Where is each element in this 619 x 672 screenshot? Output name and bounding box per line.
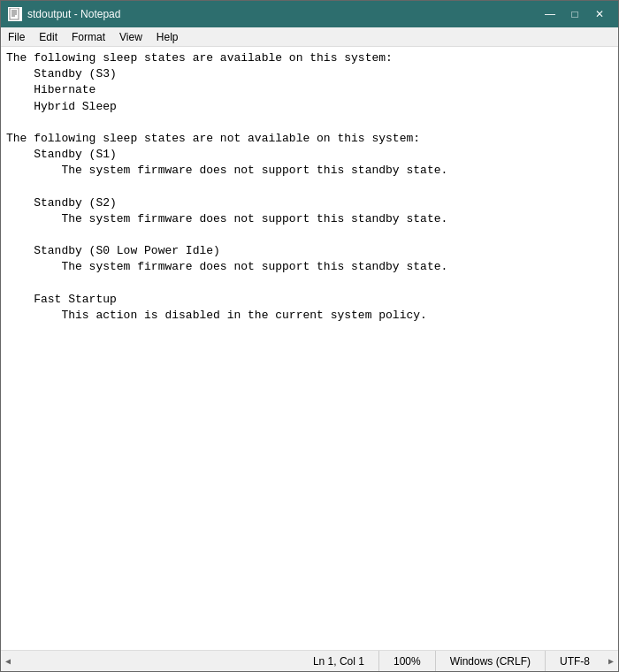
scroll-right-icon[interactable]: ▶	[604, 651, 618, 672]
status-encoding: UTF-8	[545, 651, 604, 671]
status-bar: ◀ Ln 1, Col 1 100% Windows (CRLF) UTF-8 …	[1, 650, 618, 671]
window-title: stdoutput - Notepad	[27, 8, 120, 20]
maximize-button[interactable]: □	[563, 5, 586, 23]
menu-view[interactable]: View	[112, 27, 149, 46]
editor-area[interactable]: The following sleep states are available…	[1, 47, 618, 650]
editor-content: The following sleep states are available…	[6, 50, 613, 324]
status-zoom: 100%	[378, 651, 435, 671]
status-position: Ln 1, Col 1	[299, 651, 378, 671]
menu-file[interactable]: File	[1, 27, 32, 46]
status-sections: Ln 1, Col 1 100% Windows (CRLF) UTF-8	[15, 651, 604, 671]
menu-help[interactable]: Help	[149, 27, 186, 46]
notepad-icon	[8, 7, 22, 21]
title-bar: stdoutput - Notepad — □ ✕	[1, 1, 618, 27]
menu-bar: File Edit Format View Help	[1, 27, 618, 47]
close-button[interactable]: ✕	[588, 5, 611, 23]
scroll-left-icon[interactable]: ◀	[1, 651, 15, 672]
menu-format[interactable]: Format	[65, 27, 112, 46]
notepad-window: stdoutput - Notepad — □ ✕ File Edit Form…	[0, 0, 619, 672]
status-line-ending: Windows (CRLF)	[435, 651, 545, 671]
minimize-button[interactable]: —	[539, 5, 562, 23]
title-bar-controls: — □ ✕	[539, 5, 611, 23]
menu-edit[interactable]: Edit	[32, 27, 65, 46]
title-bar-left: stdoutput - Notepad	[8, 7, 120, 21]
